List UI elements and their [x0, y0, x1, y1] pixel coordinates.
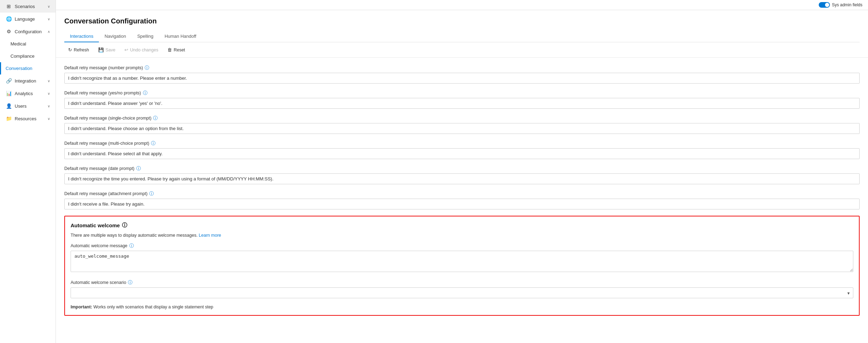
reset-icon: 🗑: [167, 47, 172, 52]
scenarios-chevron: ∨: [48, 5, 50, 8]
language-chevron: ∨: [48, 17, 50, 21]
undo-icon: ↩: [124, 47, 128, 52]
toggle-track[interactable]: [819, 2, 830, 8]
field-auto-welcome-message-label: Automatic welcome message ⓘ: [71, 243, 853, 249]
sidebar-item-analytics[interactable]: 📊 Analytics ∨: [0, 87, 56, 100]
important-note: Important: Works only with scenarios tha…: [71, 305, 853, 309]
info-icon-retry-number[interactable]: ⓘ: [145, 65, 149, 71]
field-auto-welcome-scenario-label: Automatic welcome scenario ⓘ: [71, 279, 853, 286]
input-retry-yesno[interactable]: [64, 98, 860, 109]
field-retry-number-label: Default retry message (number prompts) ⓘ: [64, 65, 860, 71]
refresh-button[interactable]: ↻ Refresh: [64, 45, 93, 55]
select-auto-welcome-scenario[interactable]: [71, 287, 853, 298]
tab-interactions[interactable]: Interactions: [64, 31, 99, 42]
info-icon-welcome-message[interactable]: ⓘ: [129, 243, 134, 249]
top-bar: Sys admin fields: [56, 0, 868, 10]
analytics-chevron: ∨: [48, 92, 50, 95]
field-retry-singlechoice-label: Default retry message (single-choice pro…: [64, 115, 860, 121]
users-chevron: ∨: [48, 104, 50, 108]
info-icon-retry-date[interactable]: ⓘ: [136, 165, 141, 172]
field-auto-welcome-scenario: Automatic welcome scenario ⓘ: [71, 279, 853, 298]
auto-welcome-section: Automatic welcome ⓘ There are multiple w…: [64, 216, 860, 316]
field-retry-attachment-label: Default retry message (attachment prompt…: [64, 191, 860, 197]
auto-welcome-title: Automatic welcome ⓘ: [71, 222, 853, 229]
sidebar: ⊞ Scenarios ∨ 🌐 Language ∨ ⚙ Configurati…: [0, 0, 56, 343]
toggle-label: Sys admin fields: [832, 2, 862, 7]
undo-button[interactable]: ↩ Undo changes: [121, 45, 162, 55]
sidebar-item-integration[interactable]: 🔗 Integration ∨: [0, 74, 56, 87]
select-wrapper-scenario: [71, 287, 853, 298]
save-button[interactable]: 💾 Save: [94, 45, 120, 55]
sidebar-item-users[interactable]: 👤 Users ∨: [0, 100, 56, 112]
integration-chevron: ∨: [48, 79, 50, 83]
page-header: Conversation Configuration Interactions …: [56, 10, 868, 42]
sidebar-item-conversation[interactable]: Conversation: [0, 62, 56, 74]
reset-button[interactable]: 🗑 Reset: [164, 45, 189, 55]
field-retry-multichoice-label: Default retry message (multi-choice prom…: [64, 140, 860, 147]
main-content: Sys admin fields Conversation Configurat…: [56, 0, 868, 343]
info-icon-retry-yesno[interactable]: ⓘ: [143, 90, 147, 96]
toggle-thumb: [825, 3, 829, 7]
tab-human-handoff[interactable]: Human Handoff: [159, 31, 202, 42]
input-retry-date[interactable]: [64, 173, 860, 184]
info-icon-auto-welcome[interactable]: ⓘ: [122, 222, 127, 229]
field-retry-number: Default retry message (number prompts) ⓘ: [64, 65, 860, 84]
input-retry-attachment[interactable]: [64, 199, 860, 209]
content-area: Default retry message (number prompts) ⓘ…: [56, 58, 868, 343]
field-retry-yesno: Default retry message (yes/no prompts) ⓘ: [64, 90, 860, 109]
field-retry-singlechoice: Default retry message (single-choice pro…: [64, 115, 860, 134]
field-auto-welcome-message: Automatic welcome message ⓘ: [71, 243, 853, 273]
configuration-chevron: ∧: [48, 30, 50, 34]
sidebar-item-scenarios[interactable]: ⊞ Scenarios ∨: [0, 0, 56, 13]
sys-admin-toggle[interactable]: Sys admin fields: [819, 2, 862, 8]
input-retry-number[interactable]: [64, 73, 860, 84]
input-retry-singlechoice[interactable]: [64, 123, 860, 134]
input-retry-multichoice[interactable]: [64, 148, 860, 159]
textarea-auto-welcome-message[interactable]: [71, 251, 853, 272]
analytics-icon: 📊: [6, 91, 12, 96]
tab-spelling[interactable]: Spelling: [132, 31, 159, 42]
sidebar-item-medical[interactable]: Medical: [0, 38, 56, 50]
sidebar-item-compliance[interactable]: Compliance: [0, 50, 56, 62]
users-icon: 👤: [6, 103, 12, 109]
info-icon-retry-singlechoice[interactable]: ⓘ: [153, 115, 158, 121]
page-title: Conversation Configuration: [64, 17, 860, 25]
field-retry-date: Default retry message (date prompt) ⓘ: [64, 165, 860, 184]
field-retry-multichoice: Default retry message (multi-choice prom…: [64, 140, 860, 159]
resources-icon: 📁: [6, 116, 12, 121]
field-retry-attachment: Default retry message (attachment prompt…: [64, 191, 860, 209]
tab-navigation[interactable]: Navigation: [99, 31, 131, 42]
language-icon: 🌐: [6, 16, 12, 22]
info-icon-retry-multichoice[interactable]: ⓘ: [151, 140, 155, 147]
scenarios-icon: ⊞: [6, 3, 12, 9]
field-retry-yesno-label: Default retry message (yes/no prompts) ⓘ: [64, 90, 860, 96]
info-icon-welcome-scenario[interactable]: ⓘ: [128, 279, 132, 286]
save-icon: 💾: [98, 47, 104, 52]
configuration-icon: ⚙: [6, 29, 12, 34]
sidebar-item-language[interactable]: 🌐 Language ∨: [0, 13, 56, 25]
learn-more-link[interactable]: Learn more: [199, 233, 221, 238]
toolbar: ↻ Refresh 💾 Save ↩ Undo changes 🗑 Reset: [56, 42, 868, 58]
resources-chevron: ∨: [48, 117, 50, 121]
auto-welcome-description: There are multiple ways to display autom…: [71, 233, 853, 238]
tabs-container: Interactions Navigation Spelling Human H…: [64, 31, 860, 42]
sidebar-item-configuration[interactable]: ⚙ Configuration ∧: [0, 25, 56, 38]
sidebar-item-resources[interactable]: 📁 Resources ∨: [0, 112, 56, 125]
field-retry-date-label: Default retry message (date prompt) ⓘ: [64, 165, 860, 172]
refresh-icon: ↻: [68, 47, 72, 52]
info-icon-retry-attachment[interactable]: ⓘ: [149, 191, 154, 197]
integration-icon: 🔗: [6, 78, 12, 84]
